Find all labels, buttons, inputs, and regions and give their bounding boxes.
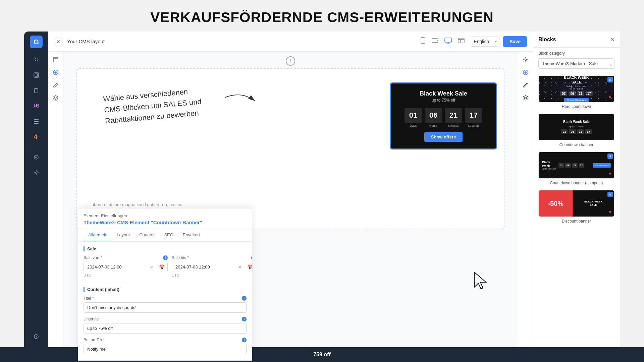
svg-point-21	[525, 59, 526, 61]
sidebar: G ↻	[24, 32, 48, 361]
svg-point-15	[437, 40, 438, 41]
tab-layout[interactable]: Layout	[112, 229, 135, 241]
sidebar-item-gear[interactable]	[30, 166, 43, 179]
layout-panel-icon[interactable]	[50, 54, 61, 65]
button-text-input[interactable]	[84, 344, 246, 354]
svg-rect-1	[35, 74, 38, 76]
countdown-minutes-value: 21	[445, 108, 462, 123]
clear-von-icon[interactable]: ✕	[147, 264, 156, 270]
sidebar-item-layers[interactable]	[30, 68, 43, 82]
device-layout-icon[interactable]	[457, 37, 466, 46]
countdown-title: Black Week Sale	[397, 90, 489, 97]
sale-von-input[interactable]	[84, 262, 147, 272]
count-label: 759 off	[313, 352, 331, 358]
block-discount-corner-icon: ⊞	[607, 192, 613, 197]
titel-required: *	[92, 296, 94, 301]
handwritten-text: Wähle aus verschiedenen CMS-Blöcken um S…	[103, 85, 203, 127]
svg-rect-18	[53, 57, 58, 62]
block-compact-label: Countdown banner (compact)	[538, 181, 614, 185]
countdown-preview: Black Week Sale up to 75% off 01 Days 06…	[390, 82, 497, 149]
countdown-minutes-label: Minutes	[448, 124, 459, 127]
svg-rect-2	[35, 88, 38, 93]
block-hero-label: Hero countdown	[538, 104, 614, 109]
element-settings-plugin-name: ThemeWare® CMS-Element "Countdown-Banner…	[84, 220, 247, 225]
sale-bis-input[interactable]	[172, 262, 235, 272]
block-countdown-thumbnail[interactable]: Black Week Sale up to 75% off 01 06 21 1…	[538, 114, 614, 140]
blocks-panel-close-button[interactable]: ✕	[610, 36, 614, 43]
tab-allgemein[interactable]: Allgemein	[84, 229, 112, 241]
block-corner-icon: ⊞	[607, 77, 613, 82]
cursor-overlay	[471, 269, 491, 294]
sidebar-item-sync[interactable]: ↻	[30, 53, 43, 66]
tab-erweitert[interactable]: Erweitert	[178, 229, 205, 241]
block-compact-thumbnail[interactable]: BlackWeek up to 75% off 01 06 21 17 Show…	[538, 152, 614, 179]
canvas-area: + Wähle aus verschiedenen CMS-Blöcken um…	[63, 52, 518, 361]
sidebar-item-shield[interactable]	[30, 150, 43, 164]
device-tablet-icon[interactable]	[430, 37, 440, 46]
block-discount-label: Discount banner	[538, 219, 614, 224]
blocks-panel-title: Blocks	[538, 37, 556, 43]
add-section-icon[interactable]	[50, 67, 61, 78]
block-hero-thumbnail[interactable]: BLACK WEEKSALE 5 days of discountsup to …	[538, 75, 614, 102]
add-block-button[interactable]: +	[286, 56, 295, 66]
countdown-days-label: Days	[410, 124, 417, 127]
stack-settings-icon[interactable]	[520, 93, 531, 103]
block-discount-heart-icon[interactable]: ♥	[609, 209, 611, 215]
content-section-label: Content (Inhalt)	[84, 287, 247, 292]
sidebar-logo[interactable]: G	[30, 36, 43, 48]
layers-panel-icon[interactable]	[50, 93, 61, 103]
titel-input[interactable]	[84, 303, 246, 312]
block-category-select[interactable]: ThemeWare® Modern - Sale	[538, 58, 614, 69]
svg-text:?: ?	[36, 335, 38, 339]
untertitel-input[interactable]	[84, 323, 246, 333]
arrow-svg	[221, 87, 262, 108]
block-compact-heart-icon[interactable]: ♥	[609, 171, 611, 176]
countdown-cta-button[interactable]: Show offers	[424, 132, 463, 142]
tab-seo[interactable]: SEO	[159, 229, 178, 241]
required-star2: *	[187, 255, 189, 260]
editor-left-panel	[48, 52, 63, 361]
countdown-hours-value: 06	[425, 108, 442, 123]
block-category-label: Block category	[533, 48, 620, 57]
gear-settings-icon[interactable]	[520, 54, 531, 65]
close-button[interactable]: ✕	[54, 37, 63, 46]
device-mobile-icon[interactable]	[419, 36, 427, 47]
element-settings-label: Element-Einstellungen	[84, 213, 247, 218]
lorem-text: labore et dolore magna kasd gubergren, n…	[91, 201, 383, 208]
sidebar-item-users[interactable]	[30, 99, 43, 113]
sidebar-item-help[interactable]: ?	[30, 330, 43, 343]
block-heart-icon[interactable]: ♥	[609, 95, 611, 100]
utc-von-label: UTC	[84, 273, 168, 277]
tab-counter[interactable]: Counter	[135, 229, 159, 241]
clear-bis-icon[interactable]: ✕	[235, 264, 245, 270]
block-countdown-banner: Black Week Sale up to 75% off 01 06 21 1…	[538, 114, 614, 147]
element-settings-panel: Element-Einstellungen ThemeWare® CMS-Ele…	[78, 208, 252, 361]
language-select[interactable]: English	[470, 37, 499, 47]
settings-icons-panel	[518, 52, 533, 361]
sidebar-item-clipboard[interactable]	[30, 84, 43, 97]
svg-rect-16	[445, 38, 451, 42]
topbar: ✕ Your CMS layout	[48, 32, 533, 52]
sidebar-item-lists[interactable]	[30, 115, 43, 128]
sidebar-divider	[30, 147, 42, 147]
countdown-seconds-label: Seconds	[468, 124, 479, 127]
canvas-content: Wähle aus verschiedenen CMS-Blöcken um S…	[76, 68, 504, 229]
device-desktop-icon[interactable]	[443, 36, 453, 47]
add-settings-icon[interactable]	[520, 67, 531, 78]
pencil-settings-icon[interactable]	[520, 80, 531, 90]
svg-point-9	[36, 172, 37, 174]
button-text-info-icon: i	[242, 338, 247, 342]
svg-point-3	[35, 104, 37, 106]
block-discount-thumbnail[interactable]: -50% BLACK WEEKSALE ⊞ ♥	[538, 190, 614, 217]
untertitel-info-icon: i	[242, 317, 247, 321]
svg-rect-7	[34, 123, 39, 124]
utc-bis-label: UTC	[172, 273, 252, 277]
titel-info-icon: i	[242, 296, 247, 301]
sidebar-item-megaphone[interactable]	[30, 130, 43, 143]
calendar-von-icon[interactable]: 📅	[156, 264, 167, 270]
edit-panel-icon[interactable]	[50, 80, 61, 90]
block-hero-countdown: BLACK WEEKSALE 5 days of discountsup to …	[538, 75, 614, 109]
sale-von-info-icon: i	[163, 255, 168, 260]
save-button[interactable]: Save	[503, 36, 527, 47]
calendar-bis-icon[interactable]: 📅	[245, 264, 252, 270]
